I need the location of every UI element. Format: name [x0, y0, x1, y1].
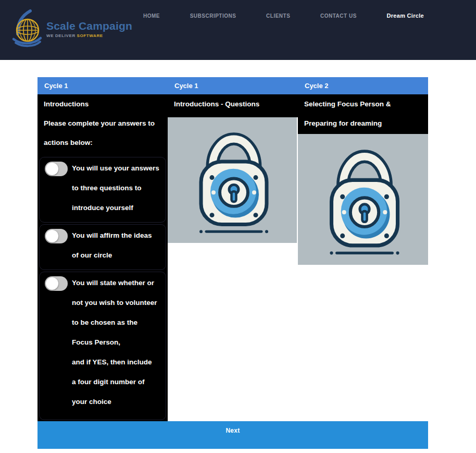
column-title: Introductions — [37, 94, 168, 114]
toggle-switch-answers[interactable] — [45, 162, 68, 176]
toggle-switch-affirm[interactable] — [45, 229, 68, 243]
brand-name: Scale Campaign — [46, 20, 132, 32]
toggle-label: You will state whether or not you wish t… — [72, 273, 157, 412]
main-nav: HOME SUBSCRIPTIONS CLIENTS CONTACT US Dr… — [143, 13, 424, 19]
column-introductions-questions: Introductions - Questions — [168, 94, 298, 243]
brand-tagline-gray: WE DELIVER — [46, 33, 76, 38]
column-title-block: Selecting Focus Person & Preparing for d… — [298, 94, 428, 134]
nav-item-contact-us[interactable]: CONTACT US — [320, 13, 357, 19]
brand-tagline-yellow: SOFTWARE — [77, 33, 103, 38]
cycle-header-bar: Cycle 1 Cycle 1 Cycle 2 — [37, 77, 428, 94]
site-header: Scale Campaign WE DELIVER SOFTWARE HOME … — [0, 0, 476, 60]
toggle-knob — [46, 277, 58, 290]
nav-item-clients[interactable]: CLIENTS — [266, 13, 290, 19]
column-title-block: Introductions - Questions — [168, 94, 298, 117]
column-introductions: Introductions Please complete your answe… — [37, 94, 168, 421]
nav-item-subscriptions[interactable]: SUBSCRIPTIONS — [190, 13, 236, 19]
toggle-card-answers: You will use your answers to three quest… — [39, 157, 166, 223]
column-selecting-focus-person: Selecting Focus Person & Preparing for d… — [298, 94, 428, 265]
toggle-label: You will affirm the ideas of our circle — [72, 226, 152, 265]
nav-item-home[interactable]: HOME — [143, 13, 160, 19]
columns-row: Introductions Please complete your answe… — [37, 94, 428, 421]
cycle-2-header: Cycle 2 — [298, 77, 428, 94]
cycle-1-header: Cycle 1 — [37, 77, 168, 94]
column-title: Selecting Focus Person & Preparing for d… — [298, 94, 428, 133]
globe-logo-icon — [10, 9, 44, 48]
cycle-1-questions-header: Cycle 1 — [168, 77, 298, 94]
brand-text: Scale Campaign WE DELIVER SOFTWARE — [46, 20, 132, 38]
toggle-switch-volunteer[interactable] — [45, 276, 68, 291]
nav-item-dream-circle[interactable]: Dream Circle — [387, 13, 424, 19]
column-title: Introductions - Questions — [168, 94, 298, 114]
padlock-image — [298, 134, 428, 265]
toggle-card-volunteer: You will state whether or not you wish t… — [39, 272, 166, 420]
toggle-knob — [46, 163, 58, 175]
toggle-knob — [46, 230, 58, 242]
next-button[interactable]: Next — [37, 421, 428, 449]
column-instructions: Please complete your answers to actions … — [37, 114, 168, 152]
page: Scale Campaign WE DELIVER SOFTWARE HOME … — [0, 0, 476, 453]
brand-logo[interactable]: Scale Campaign WE DELIVER SOFTWARE — [10, 9, 132, 48]
toggle-label: You will use your answers to three quest… — [72, 158, 159, 218]
toggle-card-affirm: You will affirm the ideas of our circle — [39, 224, 166, 270]
brand-tagline: WE DELIVER SOFTWARE — [46, 33, 132, 38]
padlock-image — [168, 117, 297, 243]
cycles-board: Cycle 1 Cycle 1 Cycle 2 Introductions Pl… — [37, 77, 428, 449]
